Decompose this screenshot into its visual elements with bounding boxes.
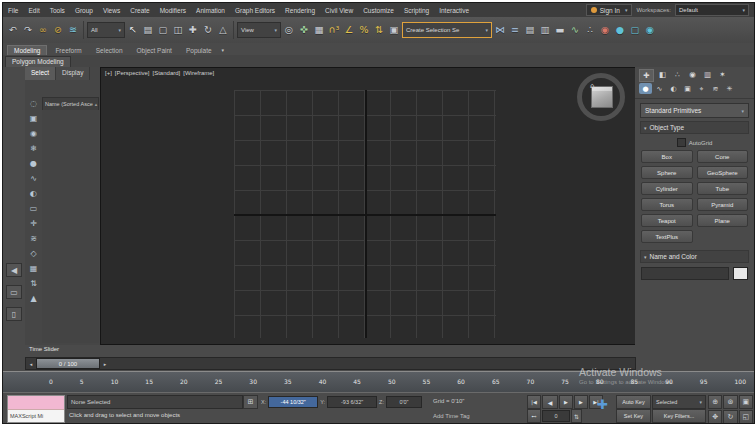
primitive-button[interactable]: GeoSphere — [697, 166, 749, 179]
time-slider-handle[interactable]: 0 / 100 — [36, 358, 100, 369]
curve-editor-icon[interactable]: ∿ — [568, 20, 582, 40]
ribbon-toggle-icon[interactable]: ▬ — [553, 20, 567, 40]
utilities-tab-icon[interactable]: ✶ — [716, 69, 729, 80]
menu-item[interactable]: Create — [125, 7, 155, 14]
create-selection-set-field[interactable]: Create Selection Se — [402, 22, 492, 38]
primitive-button[interactable]: Pyramid — [697, 198, 749, 211]
scene-explorer-tab[interactable]: Select — [25, 67, 56, 80]
key-mode-toggle[interactable]: ⊷ — [527, 409, 541, 423]
menu-item[interactable]: Tools — [45, 7, 70, 14]
selection-set-icon[interactable]: ▣ — [27, 112, 40, 124]
name-color-rollout-header[interactable]: Name and Color — [640, 250, 749, 263]
menu-item[interactable]: Modifiers — [155, 7, 191, 14]
object-type-rollout-header[interactable]: Object Type — [640, 121, 749, 134]
select-and-rotate-icon[interactable]: ↻ — [201, 20, 215, 40]
select-and-manipulate-icon[interactable]: ✜ — [297, 20, 311, 40]
space-warps-category-icon[interactable]: ≋ — [709, 83, 722, 94]
time-slider-track[interactable]: 0 / 100 — [25, 357, 636, 370]
primitive-button[interactable]: Cylinder — [641, 182, 693, 195]
viewport-layout-tab2-icon[interactable]: ▯ — [6, 307, 22, 321]
menu-item[interactable]: Views — [98, 7, 125, 14]
menu-item[interactable]: File — [3, 7, 23, 14]
primitive-button[interactable]: Tube — [697, 182, 749, 195]
set-key-button[interactable]: Set Key — [616, 409, 651, 423]
display-helpers-icon[interactable]: ✛ — [27, 217, 40, 229]
undo-icon[interactable]: ↶ — [6, 20, 20, 40]
current-frame-field[interactable]: 0 — [542, 410, 570, 422]
scene-explorer-toggle-icon[interactable]: ▥ — [538, 20, 552, 40]
next-frame-button[interactable]: ▶ — [574, 395, 588, 409]
systems-category-icon[interactable]: ✳ — [723, 83, 736, 94]
name-column-header[interactable]: Name (Sorted Asce — [42, 97, 99, 111]
menu-item[interactable]: Group — [70, 7, 98, 14]
shapes-category-icon[interactable]: ∿ — [653, 83, 666, 94]
collapse-panel-icon[interactable]: ◀ — [6, 263, 22, 277]
keyboard-override-icon[interactable]: ▦ — [312, 20, 326, 40]
primitive-button[interactable]: Sphere — [641, 166, 693, 179]
select-object-icon[interactable]: ↖ — [126, 20, 140, 40]
ribbon-overflow-caret-icon[interactable] — [218, 47, 229, 55]
lights-category-icon[interactable]: ◐ — [667, 83, 680, 94]
schematic-view-icon[interactable]: ∴ — [583, 20, 597, 40]
lock-selection-icon[interactable]: ▦ — [27, 262, 40, 274]
material-editor-icon[interactable]: ◉ — [598, 20, 612, 40]
primitive-button[interactable]: Torus — [641, 198, 693, 211]
primitive-button[interactable]: Teapot — [641, 214, 693, 227]
maximize-viewport-icon[interactable]: ◱ — [739, 410, 753, 424]
key-filters-button[interactable]: Key Filters... — [652, 409, 706, 423]
zoom-all-icon[interactable]: ⊛ — [723, 395, 737, 409]
viewcube[interactable]: ⌂ — [575, 71, 627, 123]
object-color-swatch[interactable] — [733, 267, 748, 280]
ribbon-tab[interactable]: Modeling — [7, 45, 47, 55]
edit-named-selection-sets-icon[interactable]: ▣ — [387, 20, 401, 40]
x-coordinate-field[interactable]: -44 10/32" — [268, 396, 318, 408]
autogrid-checkbox[interactable] — [677, 138, 686, 147]
sync-selection-icon[interactable]: ⇅ — [27, 277, 40, 289]
snaps-toggle-icon[interactable]: ∩³ — [327, 20, 341, 40]
selection-filter-dropdown[interactable]: All — [87, 22, 125, 38]
viewcube-cube[interactable]: ⌂ — [591, 86, 613, 108]
macro-recorder-field[interactable] — [8, 396, 64, 410]
go-to-start-button[interactable]: |◀ — [527, 395, 541, 409]
mirror-icon[interactable]: ⋈ — [493, 20, 507, 40]
next-key-button[interactable] — [100, 358, 110, 369]
selection-set-dropdown[interactable]: Selected — [652, 395, 706, 409]
primitive-button[interactable]: TextPlus — [641, 230, 693, 243]
frame-spinner[interactable]: ⇅ — [571, 409, 582, 423]
ribbon-tab[interactable]: Object Paint — [131, 46, 178, 55]
pan-hand-icon[interactable]: ✥ — [708, 410, 722, 424]
display-geometry-icon[interactable]: ● — [27, 157, 40, 169]
redo-icon[interactable]: ↷ — [21, 20, 35, 40]
orbit-icon[interactable]: ↻ — [723, 410, 737, 424]
workspaces-dropdown[interactable]: Default — [675, 4, 749, 16]
display-eye-icon[interactable]: ◉ — [27, 127, 40, 139]
modify-tab-icon[interactable]: ◧ — [656, 69, 669, 80]
primitive-button[interactable]: Plane — [697, 214, 749, 227]
use-pivot-center-icon[interactable]: ◎ — [282, 20, 296, 40]
track-bar[interactable]: 0510152025303540455055606570758085909510… — [3, 371, 754, 393]
viewport-menu[interactable]: [Standard] — [153, 70, 181, 76]
menu-item[interactable]: Customize — [358, 7, 399, 14]
display-cameras-icon[interactable]: ▭ — [27, 202, 40, 214]
select-by-name-icon[interactable]: ▤ — [141, 20, 155, 40]
ribbon-tab[interactable]: Freeform — [49, 46, 87, 55]
bind-to-space-warp-icon[interactable]: ≋ — [66, 20, 80, 40]
unlink-selection-icon[interactable]: ⊘ — [51, 20, 65, 40]
spinner-snap-icon[interactable]: ⇅ — [372, 20, 386, 40]
viewport-menu[interactable]: [+] — [105, 70, 112, 76]
previous-frame-button[interactable]: ◀ — [542, 395, 558, 409]
perspective-viewport[interactable]: [+][Perspective][Standard][Wireframe] ⌂ — [100, 67, 636, 345]
reference-coordinate-dropdown[interactable]: View — [237, 22, 281, 38]
window-crossing-icon[interactable]: ◫ — [171, 20, 185, 40]
percent-snap-icon[interactable]: % — [357, 20, 371, 40]
primitive-button[interactable]: Box — [641, 150, 693, 163]
ribbon-tab[interactable]: Populate — [180, 46, 218, 55]
play-animation-button[interactable]: ▶ — [559, 395, 573, 409]
helpers-category-icon[interactable]: ⌖ — [695, 83, 708, 94]
rectangular-selection-region-icon[interactable]: ▢ — [156, 20, 170, 40]
viewport-menu[interactable]: [Perspective] — [115, 70, 150, 76]
select-and-link-icon[interactable]: ∞ — [36, 20, 50, 40]
menu-item[interactable]: Scripting — [399, 7, 434, 14]
pick-parent-icon[interactable]: ▲ — [27, 292, 40, 304]
display-bones-icon[interactable]: ◇ — [27, 247, 40, 259]
